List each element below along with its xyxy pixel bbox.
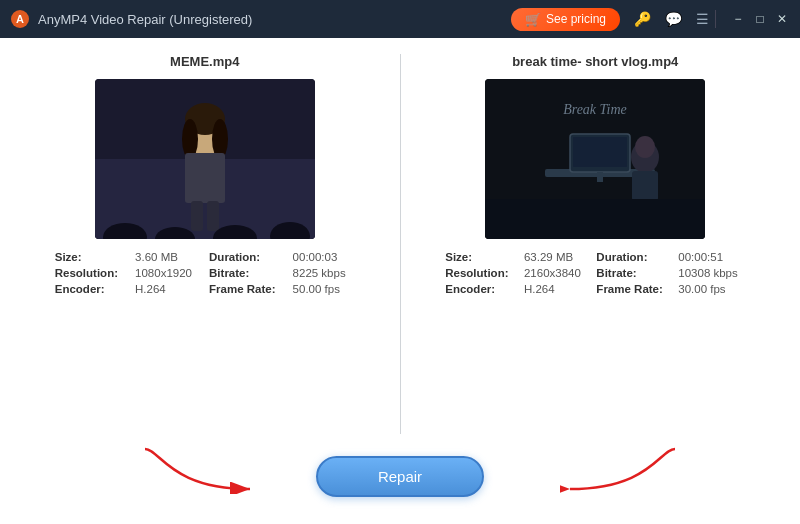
right-duration-value: 00:00:51 [678, 251, 745, 263]
left-video-title: MEME.mp4 [170, 54, 239, 69]
right-video-panel: break time- short vlog.mp4 Break Time [411, 54, 781, 434]
right-video-thumbnail: Break Time [485, 79, 705, 239]
svg-rect-9 [191, 201, 203, 231]
titlebar: A AnyMP4 Video Repair (Unregistered) 🛒 S… [0, 0, 800, 38]
titlebar-separator [715, 10, 716, 28]
right-duration-label: Duration: [596, 251, 670, 263]
svg-rect-8 [185, 153, 225, 203]
svg-text:Break Time: Break Time [563, 102, 627, 117]
right-arrow [560, 444, 680, 494]
right-video-info: Size: 63.29 MB Duration: 00:00:51 Resolu… [445, 251, 745, 295]
right-framerate-label: Frame Rate: [596, 283, 670, 295]
pricing-label: See pricing [546, 12, 606, 26]
pricing-button[interactable]: 🛒 See pricing [511, 8, 620, 31]
minimize-button[interactable]: − [730, 11, 746, 27]
left-bitrate-value: 8225 kbps [293, 267, 355, 279]
right-encoder-label: Encoder: [445, 283, 516, 295]
right-size-value: 63.29 MB [524, 251, 588, 263]
left-bitrate-label: Bitrate: [209, 267, 285, 279]
left-encoder-label: Encoder: [55, 283, 127, 295]
left-framerate-value: 50.00 fps [293, 283, 355, 295]
app-logo: A [10, 9, 30, 29]
left-size-label: Size: [55, 251, 127, 263]
left-video-info: Size: 3.60 MB Duration: 00:00:03 Resolut… [55, 251, 355, 295]
svg-rect-10 [207, 201, 219, 231]
svg-rect-20 [597, 172, 603, 182]
left-resolution-value: 1080x1920 [135, 267, 201, 279]
right-resolution-value: 2160x3840 [524, 267, 588, 279]
menu-icon[interactable]: ☰ [694, 9, 711, 29]
svg-rect-22 [632, 171, 658, 201]
left-video-panel: MEME.mp4 [20, 54, 390, 434]
maximize-button[interactable]: □ [752, 11, 768, 27]
main-content: MEME.mp4 [0, 38, 800, 524]
video-divider [400, 54, 401, 434]
window-controls: − □ ✕ [730, 11, 790, 27]
close-button[interactable]: ✕ [774, 11, 790, 27]
svg-rect-24 [573, 137, 627, 167]
left-video-thumbnail [95, 79, 315, 239]
right-framerate-value: 30.00 fps [678, 283, 745, 295]
right-bitrate-value: 10308 kbps [678, 267, 745, 279]
right-encoder-value: H.264 [524, 283, 588, 295]
left-duration-label: Duration: [209, 251, 285, 263]
right-thumb-svg: Break Time [485, 79, 705, 239]
left-framerate-label: Frame Rate: [209, 283, 285, 295]
repair-button[interactable]: Repair [316, 456, 484, 497]
left-thumb-svg [95, 79, 315, 239]
key-icon[interactable]: 🔑 [632, 9, 653, 29]
right-size-label: Size: [445, 251, 516, 263]
svg-point-23 [635, 136, 655, 158]
app-title: AnyMP4 Video Repair (Unregistered) [38, 12, 511, 27]
cart-icon: 🛒 [525, 12, 541, 27]
videos-row: MEME.mp4 [20, 54, 780, 434]
right-resolution-label: Resolution: [445, 267, 516, 279]
titlebar-tools: 🔑 💬 ☰ [632, 9, 711, 29]
svg-rect-25 [485, 199, 705, 239]
left-duration-value: 00:00:03 [293, 251, 355, 263]
right-bitrate-label: Bitrate: [596, 267, 670, 279]
svg-text:A: A [16, 13, 24, 25]
left-arrow [140, 444, 260, 494]
right-video-title: break time- short vlog.mp4 [512, 54, 678, 69]
left-resolution-label: Resolution: [55, 267, 127, 279]
left-size-value: 3.60 MB [135, 251, 201, 263]
left-encoder-value: H.264 [135, 283, 201, 295]
repair-area: Repair [20, 434, 780, 514]
chat-icon[interactable]: 💬 [663, 9, 684, 29]
